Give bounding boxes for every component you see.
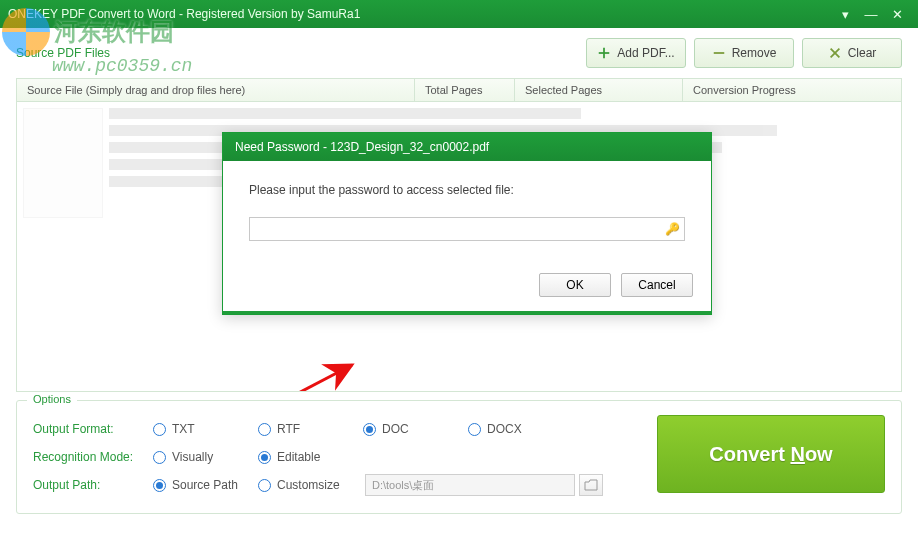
table-header: Source File (Simply drag and drop files …	[16, 78, 902, 102]
window-title: ONEKEY PDF Convert to Word - Registered …	[8, 7, 832, 21]
radio-editable[interactable]: Editable	[258, 450, 363, 464]
dropdown-chevron-icon[interactable]: ▾	[832, 4, 858, 24]
col-progress[interactable]: Conversion Progress	[683, 79, 901, 101]
table-body: Need Password - 123D_Design_32_cn0002.pd…	[16, 102, 902, 392]
convert-label: Convert Now	[709, 443, 832, 466]
browse-button[interactable]	[579, 474, 603, 496]
convert-now-button[interactable]: Convert Now	[657, 415, 885, 493]
add-pdf-button[interactable]: Add PDF...	[586, 38, 686, 68]
titlebar: ONEKEY PDF Convert to Word - Registered …	[0, 0, 918, 28]
folder-icon	[584, 479, 598, 491]
radio-visually[interactable]: Visually	[153, 450, 258, 464]
radio-source-path[interactable]: Source Path	[153, 478, 258, 492]
remove-label: Remove	[732, 46, 777, 60]
svg-line-5	[157, 365, 352, 392]
radio-doc[interactable]: DOC	[363, 422, 468, 436]
svg-rect-1	[599, 52, 610, 54]
dialog-prompt: Please input the password to access sele…	[249, 183, 685, 197]
path-radios: Source Path Customsize	[153, 478, 363, 492]
col-source[interactable]: Source File (Simply drag and drop files …	[17, 79, 415, 101]
minimize-icon[interactable]: —	[858, 4, 884, 24]
annotation-arrow	[137, 357, 377, 392]
clear-button[interactable]: Clear	[802, 38, 902, 68]
options-frame: Options Output Format: TXT RTF DOC DOCX …	[16, 400, 902, 514]
dialog-title: Need Password - 123D_Design_32_cn0002.pd…	[223, 133, 711, 161]
col-total[interactable]: Total Pages	[415, 79, 515, 101]
output-path-input[interactable]	[365, 474, 575, 496]
options-label: Options	[27, 393, 77, 405]
minus-icon	[712, 46, 726, 60]
key-icon: 🔑	[665, 222, 680, 236]
password-input[interactable]	[249, 217, 685, 241]
clear-x-icon	[828, 46, 842, 60]
toolbar: Source PDF Files Add PDF... Remove Clear	[0, 28, 918, 78]
radio-rtf[interactable]: RTF	[258, 422, 363, 436]
ok-button[interactable]: OK	[539, 273, 611, 297]
cancel-button[interactable]: Cancel	[621, 273, 693, 297]
output-format-label: Output Format:	[33, 422, 153, 436]
password-dialog: Need Password - 123D_Design_32_cn0002.pd…	[222, 132, 712, 315]
remove-button[interactable]: Remove	[694, 38, 794, 68]
pdf-thumb	[23, 108, 103, 218]
close-icon[interactable]: ✕	[884, 4, 910, 24]
dialog-border-bottom	[223, 311, 711, 314]
radio-docx[interactable]: DOCX	[468, 422, 573, 436]
output-path-label: Output Path:	[33, 478, 153, 492]
format-radios: TXT RTF DOC DOCX	[153, 422, 573, 436]
section-title: Source PDF Files	[16, 46, 578, 60]
plus-icon	[597, 46, 611, 60]
radio-txt[interactable]: TXT	[153, 422, 258, 436]
add-pdf-label: Add PDF...	[617, 46, 674, 60]
radio-custom-path[interactable]: Customsize	[258, 478, 363, 492]
recognition-mode-label: Recognition Mode:	[33, 450, 153, 464]
col-selected[interactable]: Selected Pages	[515, 79, 683, 101]
mode-radios: Visually Editable	[153, 450, 363, 464]
svg-rect-2	[713, 52, 724, 54]
clear-label: Clear	[848, 46, 877, 60]
